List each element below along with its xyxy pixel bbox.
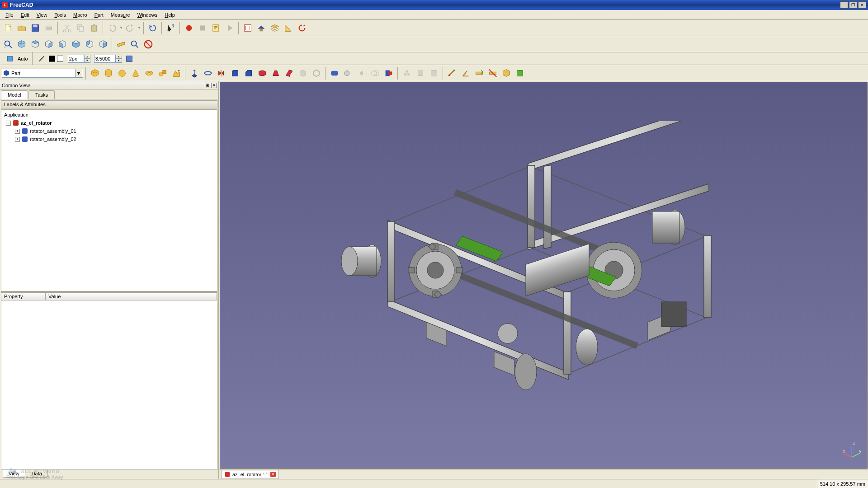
menu-file[interactable]: File [2,11,17,19]
tree-item[interactable]: + rotator_assembly_02 [2,135,216,143]
line-color-button[interactable] [35,52,48,65]
stop-button[interactable] [142,38,155,51]
workbench-selector[interactable]: Part ▼ [2,69,83,78]
menu-macro[interactable]: Macro [70,11,91,19]
chamfer-button[interactable] [242,67,255,80]
tree-document[interactable]: − az_el_rotator [2,119,216,127]
font-size-spinner[interactable]: ▲▼ [94,55,122,63]
macro-stop-button[interactable] [196,22,209,34]
part-design-button[interactable] [428,67,440,80]
print-button[interactable] [42,22,55,34]
panel-float-button[interactable]: ▣ [205,83,210,88]
boolean-fuse-button[interactable] [328,67,341,80]
tree-item[interactable]: + rotator_assembly_01 [2,127,216,135]
tab-close-button[interactable]: ✕ [270,472,276,477]
paste-button[interactable] [88,22,100,34]
mirror-button[interactable] [215,67,228,80]
minimize-button[interactable]: _ [840,1,848,9]
top-view-button[interactable] [42,38,55,51]
measure-clear-button[interactable] [473,67,486,80]
model-tree[interactable]: Application − az_el_rotator + rotator_as… [1,109,217,291]
zoom-button[interactable] [128,38,141,51]
redo-button[interactable] [124,22,137,34]
measure-distance-button[interactable] [115,38,127,51]
make-compound-button[interactable] [401,67,413,80]
line-width-input[interactable] [68,55,84,63]
spin-down-icon[interactable]: ▼ [84,59,90,63]
extrude-face-button[interactable] [414,67,427,80]
cut-button[interactable] [61,22,73,34]
fit-all-button[interactable] [2,38,14,51]
font-size-input[interactable] [94,55,116,63]
line-color-swatch[interactable] [49,56,55,62]
offset-button[interactable] [297,67,309,80]
fillet-button[interactable] [229,67,241,80]
measure-angular-button[interactable] [459,67,472,80]
property-body[interactable] [1,300,217,470]
primitives-button[interactable] [156,67,169,80]
measure-toggle-button[interactable] [486,67,499,80]
loft-button[interactable] [269,67,282,80]
tree-root[interactable]: Application [2,111,216,119]
bottom-view-button[interactable] [83,38,96,51]
property-col-value[interactable]: Value [46,293,217,300]
panel-close-button[interactable]: ✕ [211,83,217,88]
property-col-property[interactable]: Property [1,293,46,300]
undo-button[interactable] [106,22,118,34]
sphere-button[interactable] [116,67,128,80]
tab-tasks[interactable]: Tasks [28,90,55,99]
open-button[interactable] [15,22,28,34]
measure-toggle3d-button[interactable] [500,67,513,80]
save-button[interactable] [29,22,42,34]
left-view-button[interactable] [97,38,109,51]
whatsthis-button[interactable]: ? [165,22,177,34]
measure-angle-button[interactable] [282,22,295,34]
measure-toggledelta-button[interactable] [514,67,526,80]
new-button[interactable] [2,22,14,34]
thickness-button[interactable] [310,67,323,80]
spin-up-icon[interactable]: ▲ [84,55,90,59]
boolean-common-button[interactable] [355,67,368,80]
restore-button[interactable]: ❐ [849,1,857,9]
boolean-section-button[interactable] [369,67,382,80]
navigation-cube[interactable]: z x y [842,440,862,460]
revolve-button[interactable] [202,67,214,80]
menu-view[interactable]: View [33,11,51,19]
right-view-button[interactable] [56,38,69,51]
reload-button[interactable] [296,22,308,34]
torus-button[interactable] [143,67,156,80]
layers-button[interactable] [269,22,281,34]
collapse-icon[interactable]: − [6,121,11,126]
copy-button[interactable] [74,22,87,34]
apply-style-button[interactable] [123,52,136,65]
face-color-swatch[interactable] [57,56,63,62]
expand-icon[interactable]: + [15,129,20,134]
rear-view-button[interactable] [70,38,82,51]
iso-view-button[interactable] [15,38,28,51]
boolean-cut-button[interactable] [342,67,354,80]
cylinder-button[interactable] [102,67,115,80]
construction-mode-icon[interactable] [4,52,16,65]
front-view-button[interactable] [29,38,42,51]
drawing-page-button[interactable] [241,22,254,34]
spin-up-icon[interactable]: ▲ [116,55,122,59]
expand-icon[interactable]: + [15,137,20,142]
menu-tools[interactable]: Tools [51,11,70,19]
3d-view[interactable]: z x y [220,82,868,469]
close-button[interactable]: ✕ [858,1,866,9]
line-width-spinner[interactable]: ▲▼ [68,55,90,63]
shapebuilder-button[interactable] [170,67,183,80]
ruled-surface-button[interactable] [256,67,269,80]
menu-measure[interactable]: Measure [107,11,134,19]
export-button[interactable] [255,22,268,34]
refresh-button[interactable] [146,22,159,34]
menu-edit[interactable]: Edit [17,11,33,19]
measure-linear-button[interactable] [446,67,458,80]
cone-button[interactable] [129,67,142,80]
cross-sections-button[interactable] [382,67,395,80]
redo-dropdown-icon[interactable]: ▼ [137,26,141,30]
macro-record-button[interactable] [183,22,195,34]
spin-down-icon[interactable]: ▼ [116,59,122,63]
menu-windows[interactable]: Windows [134,11,161,19]
menu-part[interactable]: Part [91,11,107,19]
